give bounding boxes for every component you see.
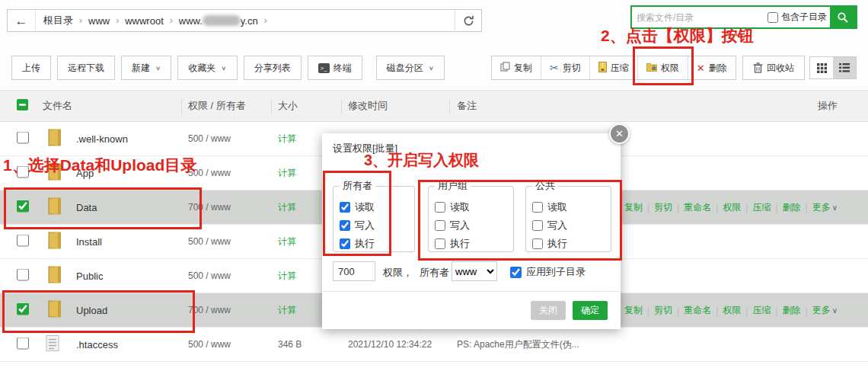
include-subdir-label: 包含子目录	[781, 11, 827, 24]
row-action-压缩[interactable]: 压缩	[752, 304, 771, 317]
perm-checkbox[interactable]	[532, 220, 543, 231]
file-name[interactable]: Public	[76, 270, 103, 282]
recycle-bin-button[interactable]: 回收站	[742, 56, 805, 80]
toolbar-button-新建[interactable]: 新建∨	[121, 56, 171, 80]
apply-subdir-checkbox[interactable]	[510, 267, 522, 278]
file-size-calc-link[interactable]: 计算	[278, 235, 296, 248]
file-size-calc-link[interactable]: 计算	[278, 133, 296, 146]
dialog-close-button[interactable]: ✕	[609, 123, 630, 144]
zip-icon	[598, 62, 607, 75]
toolbar-button-终端[interactable]: >_终端	[308, 56, 362, 80]
file-name[interactable]: .well-known	[76, 133, 128, 145]
perm-checkbox[interactable]	[435, 220, 445, 231]
file-size-calc-link[interactable]: 计算	[278, 201, 296, 214]
toolbar-button-剪切[interactable]: ✂剪切	[541, 56, 590, 79]
perm-option-用户组-读取[interactable]: 读取	[435, 200, 507, 214]
grid-view-button[interactable]	[810, 57, 833, 78]
toolbar-button-删除[interactable]: ✕删除	[688, 56, 736, 79]
toolbar-button-label: 删除	[709, 62, 727, 75]
row-action-剪切[interactable]: 剪切	[654, 201, 672, 214]
row-checkbox[interactable]	[17, 269, 29, 281]
apply-subdir-option[interactable]: 应用到子目录	[510, 265, 586, 279]
file-name[interactable]: Upload	[76, 305, 107, 316]
perm-option-用户组-写入[interactable]: 写入	[435, 219, 507, 232]
close-button[interactable]: 关闭	[531, 301, 566, 320]
include-subdir-option[interactable]: 包含子目录	[767, 11, 827, 24]
row-checkbox[interactable]	[17, 132, 29, 144]
row-action-权限[interactable]: 权限	[723, 304, 741, 317]
breadcrumb-item[interactable]: wwwroot	[125, 15, 164, 27]
annotation-step1: 1、选择Data和Upload目录	[3, 155, 196, 176]
perm-option-所有者-读取[interactable]: 读取	[340, 200, 408, 214]
perm-checkbox[interactable]	[340, 202, 350, 213]
row-action-权限[interactable]: 权限	[723, 201, 741, 214]
toolbar-button-复制[interactable]: 复制	[492, 56, 541, 79]
toolbar-button-压缩[interactable]: 压缩	[590, 56, 638, 79]
divider	[341, 99, 342, 114]
toolbar-button-label: 分享列表	[254, 62, 291, 75]
confirm-button[interactable]: 确定	[573, 301, 608, 320]
row-action-复制[interactable]: 复制	[624, 201, 643, 214]
toolbar-button-磁盘分区[interactable]: 磁盘分区∨	[376, 56, 445, 80]
perm-checkbox[interactable]	[435, 238, 445, 249]
toolbar-button-远程下载[interactable]: 远程下载	[57, 56, 115, 80]
action-separator: |	[806, 202, 808, 213]
row-checkbox[interactable]	[17, 338, 29, 350]
row-action-压缩[interactable]: 压缩	[752, 201, 771, 214]
toolbar-button-收藏夹[interactable]: 收藏夹∨	[177, 56, 237, 80]
row-action-重命名[interactable]: 重命名	[684, 201, 711, 214]
row-action-more[interactable]: 更多∨	[812, 201, 838, 214]
breadcrumb-item-domain[interactable]: www.y.cn	[179, 15, 258, 27]
select-all-checkbox[interactable]	[17, 99, 28, 110]
row-action-复制[interactable]: 复制	[624, 304, 643, 317]
file-name[interactable]: Data	[76, 202, 97, 213]
breadcrumb-item[interactable]: www	[88, 15, 110, 27]
row-checkbox[interactable]	[17, 235, 29, 247]
perm-option-所有者-写入[interactable]: 写入	[340, 219, 408, 232]
perm-checkbox[interactable]	[340, 220, 350, 231]
file-name[interactable]: .htaccess	[76, 339, 118, 350]
row-checkbox[interactable]	[17, 200, 29, 213]
table-header: 文件名 权限 / 所有者 大小 修改时间 备注 操作	[0, 90, 868, 122]
perm-option-公共-读取[interactable]: 读取	[532, 200, 605, 214]
view-toggle	[809, 56, 857, 79]
perm-checkbox[interactable]	[532, 238, 543, 249]
refresh-button[interactable]	[455, 10, 481, 31]
file-size-calc-link[interactable]: 计算	[278, 304, 296, 317]
toolbar-button-上传[interactable]: 上传	[11, 56, 51, 80]
row-action-重命名[interactable]: 重命名	[684, 304, 711, 317]
perm-checkbox[interactable]	[435, 202, 445, 213]
search-input[interactable]	[632, 12, 767, 23]
row-action-剪切[interactable]: 剪切	[654, 304, 672, 317]
perm-option-公共-写入[interactable]: 写入	[532, 219, 605, 232]
breadcrumb-item[interactable]: 根目录	[43, 14, 73, 27]
perm-value-input[interactable]	[333, 261, 375, 281]
file-name[interactable]: Install	[76, 236, 102, 248]
perm-label: 权限，	[383, 266, 413, 280]
row-action-删除[interactable]: 删除	[783, 304, 801, 317]
file-size-calc-link[interactable]: 计算	[278, 270, 296, 283]
perm-option-所有者-执行[interactable]: 执行	[340, 237, 408, 251]
row-action-more[interactable]: 更多∨	[812, 304, 838, 317]
row-action-删除[interactable]: 删除	[783, 201, 801, 214]
file-note: PS: Apache用户配置文件(伪...	[457, 338, 579, 351]
toolbar-button-权限[interactable]: 权限	[638, 56, 688, 79]
dialog-footer: 关闭 确定	[322, 291, 621, 330]
file-size-calc-link[interactable]: 计算	[278, 167, 296, 180]
toolbar-button-分享列表[interactable]: 分享列表	[244, 56, 302, 80]
include-subdir-checkbox[interactable]	[767, 12, 778, 23]
row-checkbox-cell	[17, 200, 29, 215]
row-checkbox[interactable]	[17, 303, 29, 315]
owner-select[interactable]: www	[452, 261, 497, 281]
back-button[interactable]: ←	[8, 10, 36, 31]
breadcrumb: 根目录›www›wwwroot›www.y.cn›	[36, 14, 455, 27]
table-row-.htaccess[interactable]: .htaccess500 / www346 B2021/12/10 12:34:…	[0, 328, 868, 362]
search-button[interactable]	[830, 7, 856, 27]
perm-checkbox[interactable]	[532, 202, 543, 213]
chevron-down-icon: ∨	[832, 203, 838, 212]
list-view-button[interactable]	[833, 57, 856, 78]
perm-checkbox[interactable]	[340, 238, 350, 249]
annotation-step2: 2、点击【权限】按钮	[601, 25, 754, 46]
perm-option-用户组-执行[interactable]: 执行	[435, 237, 507, 251]
perm-option-公共-执行[interactable]: 执行	[532, 237, 605, 251]
